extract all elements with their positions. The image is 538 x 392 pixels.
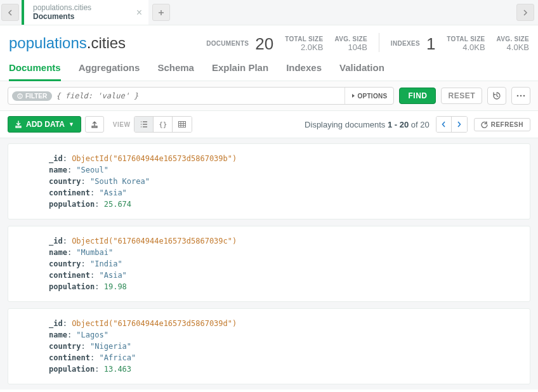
list-icon — [140, 121, 148, 127]
view-table-button[interactable] — [173, 117, 192, 132]
tab-nav-back[interactable] — [1, 4, 19, 21]
document-card[interactable]: _id: ObjectId("617604944e16573d5867039b"… — [8, 143, 530, 219]
stat-avg-size: AVG. SIZE 104B — [334, 36, 367, 52]
svg-rect-6 — [179, 122, 186, 127]
filter-input-wrap: FILTER OPTIONS — [8, 87, 394, 105]
tab-aggregations[interactable]: Aggregations — [79, 62, 140, 81]
tab-nav-forward[interactable] — [516, 4, 534, 21]
view-list-button[interactable] — [134, 117, 154, 132]
add-data-button[interactable]: ADD DATA ▼ — [8, 116, 81, 133]
doc-field-country: country: "South Korea" — [49, 176, 517, 187]
tab-subtitle: Documents — [33, 12, 123, 21]
page-arrows — [436, 116, 468, 133]
doc-field-continent: continent: "Asia" — [49, 187, 517, 199]
header-stats: DOCUMENTS 20 TOTAL SIZE 2.0KB AVG. SIZE … — [206, 33, 529, 52]
tab-schema[interactable]: Schema — [157, 62, 194, 81]
doc-field-name: name: "Lagos" — [49, 329, 517, 341]
svg-point-4 — [520, 95, 522, 97]
doc-field-id: _id: ObjectId("617604944e16573d5867039b"… — [49, 153, 517, 164]
filter-badge: FILTER — [12, 91, 52, 101]
database-name: populations — [9, 34, 87, 51]
tab-title: populations.cities — [33, 4, 123, 12]
close-icon[interactable]: × — [136, 7, 142, 18]
doc-field-continent: continent: "Asia" — [49, 270, 517, 281]
collection-name: populations.cities — [9, 34, 126, 52]
caret-right-icon — [351, 93, 355, 98]
stat-total-size: TOTAL SIZE 2.0KB — [285, 36, 323, 52]
doc-field-name: name: "Mumbai" — [49, 247, 517, 258]
view-json-button[interactable]: {} — [154, 117, 173, 132]
stat-idx-total-size: TOTAL SIZE 4.0KB — [447, 36, 485, 52]
doc-field-country: country: "Nigeria" — [49, 341, 517, 352]
svg-point-1 — [20, 94, 20, 95]
tab-validation[interactable]: Validation — [339, 62, 384, 81]
history-icon — [492, 91, 501, 100]
nav-tabs: Documents Aggregations Schema Explain Pl… — [0, 53, 538, 81]
tab-bar: populations.cities Documents × — [0, 0, 538, 25]
view-label: VIEW — [113, 121, 131, 128]
chevron-right-icon — [523, 10, 528, 16]
doc-field-continent: continent: "Africa" — [49, 352, 517, 363]
chevron-right-icon — [457, 121, 461, 127]
toolbar: ADD DATA ▼ VIEW {} Displaying documents … — [0, 111, 538, 138]
tab-documents[interactable]: Documents — [9, 62, 61, 81]
svg-point-5 — [523, 95, 525, 97]
collection-name-text: cities — [91, 34, 126, 51]
stat-documents: DOCUMENTS 20 — [206, 36, 273, 52]
page-prev[interactable] — [436, 117, 452, 132]
caret-down-icon: ▼ — [69, 121, 74, 127]
stat-idx-avg-size: AVG. SIZE 4.0KB — [497, 36, 529, 52]
stat-indexes: INDEXES 1 — [391, 36, 435, 52]
stat-divider — [379, 33, 379, 52]
document-card[interactable]: _id: ObjectId("617604944e16573d5867039d"… — [8, 308, 530, 384]
more-button[interactable] — [511, 87, 530, 105]
chevron-left-icon — [442, 121, 446, 127]
collection-header: populations.cities DOCUMENTS 20 TOTAL SI… — [0, 25, 538, 53]
upload-icon — [91, 121, 98, 128]
tab-add-button[interactable] — [152, 4, 170, 21]
svg-point-3 — [517, 95, 519, 97]
doc-field-id: _id: ObjectId("617604944e16573d5867039c"… — [49, 235, 517, 247]
download-icon — [15, 121, 22, 128]
reset-button[interactable]: RESET — [441, 88, 482, 104]
pagination-text: Displaying documents 1 - 20 of 20 — [305, 120, 430, 129]
table-icon — [178, 121, 186, 127]
doc-field-name: name: "Seoul" — [49, 164, 517, 176]
page-next[interactable] — [452, 117, 467, 132]
view-toggle: {} — [134, 116, 192, 133]
filter-bar: FILTER OPTIONS FIND RESET — [0, 81, 538, 111]
plus-icon — [158, 10, 164, 16]
pagination: Displaying documents 1 - 20 of 20 REFRES… — [305, 116, 530, 133]
refresh-icon — [481, 121, 488, 128]
documents-list[interactable]: _id: ObjectId("617604944e16573d5867039b"… — [0, 138, 538, 389]
chevron-left-icon — [8, 10, 13, 16]
document-card[interactable]: _id: ObjectId("617604944e16573d5867039c"… — [8, 226, 530, 302]
export-button[interactable] — [85, 116, 104, 133]
tab-explain-plan[interactable]: Explain Plan — [212, 62, 268, 81]
doc-field-population: population: 25.674 — [49, 199, 517, 210]
tab-active[interactable]: populations.cities Documents × — [22, 0, 148, 25]
filter-input[interactable] — [56, 91, 344, 100]
braces-icon: {} — [159, 121, 167, 129]
options-button[interactable]: OPTIONS — [344, 88, 393, 104]
doc-field-population: population: 19.98 — [49, 281, 517, 292]
find-button[interactable]: FIND — [399, 88, 436, 104]
history-button[interactable] — [487, 87, 506, 105]
info-icon — [17, 93, 23, 99]
doc-field-country: country: "India" — [49, 258, 517, 270]
tab-indexes[interactable]: Indexes — [286, 62, 322, 81]
ellipsis-icon — [516, 95, 525, 97]
doc-field-id: _id: ObjectId("617604944e16573d5867039d"… — [49, 318, 517, 329]
refresh-button[interactable]: REFRESH — [474, 118, 530, 131]
doc-field-population: population: 13.463 — [49, 363, 517, 375]
svg-rect-2 — [20, 96, 20, 98]
